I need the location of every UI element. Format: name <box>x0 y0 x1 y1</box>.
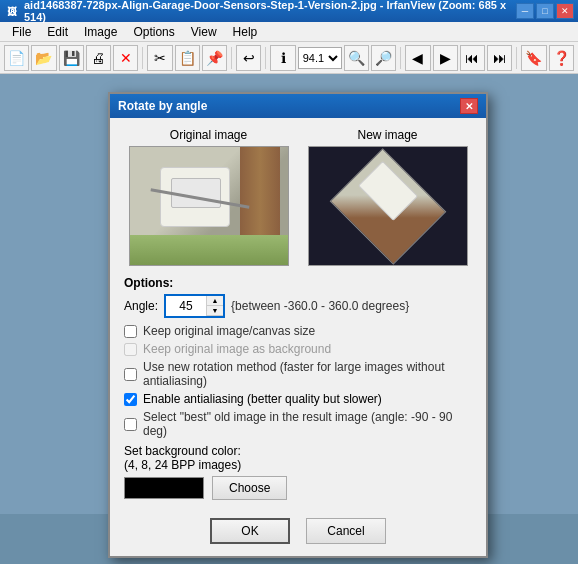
ok-button[interactable]: OK <box>210 518 290 544</box>
zoom-control: 94.1 50 75 100 150 <box>298 47 342 69</box>
separator-2 <box>231 47 232 69</box>
undo-button[interactable]: ↩ <box>236 45 261 71</box>
checkbox-row-1: Keep original image/canvas size <box>124 324 472 338</box>
bg-color-row: Choose <box>124 476 472 500</box>
save-button[interactable]: 💾 <box>59 45 84 71</box>
images-row: Original image New image <box>124 128 472 266</box>
dialog-title-text: Rotate by angle <box>118 99 460 113</box>
antialiasing-label[interactable]: Enable antialiasing (better quality but … <box>143 392 382 406</box>
image-canvas: Rotate by angle ✕ Original image <box>0 74 578 514</box>
angle-spin-up[interactable]: ▲ <box>207 296 223 306</box>
original-img-content <box>130 147 288 265</box>
rotate-dialog: Rotate by angle ✕ Original image <box>108 92 488 558</box>
bg-sublabel-text: (4, 8, 24 BPP images) <box>124 458 241 472</box>
new-rotation-label[interactable]: Use new rotation method (faster for larg… <box>143 360 472 388</box>
original-image-preview <box>129 146 289 266</box>
antialiasing-checkbox[interactable] <box>124 393 137 406</box>
menu-options[interactable]: Options <box>125 23 182 41</box>
first-button[interactable]: ⏮ <box>460 45 485 71</box>
dialog-body: Original image New image <box>110 118 486 510</box>
original-image-label: Original image <box>170 128 247 142</box>
bg-color-section: Set background color: (4, 8, 24 BPP imag… <box>124 444 472 500</box>
prev-button[interactable]: ◀ <box>405 45 430 71</box>
angle-spin-down[interactable]: ▼ <box>207 306 223 316</box>
copy-button[interactable]: 📋 <box>175 45 200 71</box>
menu-help[interactable]: Help <box>225 23 266 41</box>
keep-canvas-checkbox[interactable] <box>124 325 137 338</box>
info-button[interactable]: ℹ <box>270 45 295 71</box>
angle-row: Angle: ▲ ▼ {between -360.0 - 360.0 degre… <box>124 294 472 318</box>
angle-input-wrap: ▲ ▼ <box>164 294 225 318</box>
close-window-button[interactable]: ✕ <box>556 3 574 19</box>
toolbar: 📄 📂 💾 🖨 ✕ ✂ 📋 📌 ↩ ℹ 94.1 50 75 100 150 🔍… <box>0 42 578 74</box>
zoom-out-button[interactable]: 🔍 <box>344 45 369 71</box>
cut-button[interactable]: ✂ <box>147 45 172 71</box>
menu-file[interactable]: File <box>4 23 39 41</box>
new-image-label: New image <box>357 128 417 142</box>
paste-button[interactable]: 📌 <box>202 45 227 71</box>
checkbox-row-5: Select "best" old image in the result im… <box>124 410 472 438</box>
menu-bar: File Edit Image Options View Help <box>0 22 578 42</box>
new-image-col: New image <box>303 128 472 266</box>
print-button[interactable]: 🖨 <box>86 45 111 71</box>
separator-3 <box>265 47 266 69</box>
best-old-image-label[interactable]: Select "best" old image in the result im… <box>143 410 472 438</box>
options-section: Options: Angle: ▲ ▼ {between -360.0 - 36… <box>124 276 472 500</box>
new-button[interactable]: 📄 <box>4 45 29 71</box>
bg-color-label: Set background color: (4, 8, 24 BPP imag… <box>124 444 472 472</box>
bg-label-text: Set background color: <box>124 444 241 458</box>
choose-button[interactable]: Choose <box>212 476 287 500</box>
angle-label: Angle: <box>124 299 158 313</box>
checkbox-row-2: Keep original image as background <box>124 342 472 356</box>
separator-5 <box>516 47 517 69</box>
new-img-content <box>309 147 467 265</box>
rotated-sensor <box>329 148 446 265</box>
minimize-button[interactable]: ─ <box>516 3 534 19</box>
maximize-button[interactable]: □ <box>536 3 554 19</box>
window-title: aid1468387-728px-Align-Garage-Door-Senso… <box>24 0 516 23</box>
angle-input[interactable] <box>166 296 206 316</box>
menu-edit[interactable]: Edit <box>39 23 76 41</box>
orig-bottom <box>130 235 288 265</box>
separator-4 <box>400 47 401 69</box>
zoom-in-button[interactable]: 🔎 <box>371 45 396 71</box>
dialog-close-button[interactable]: ✕ <box>460 98 478 114</box>
checkbox-row-4: Enable antialiasing (better quality but … <box>124 392 472 406</box>
checkbox-row-3: Use new rotation method (faster for larg… <box>124 360 472 388</box>
cancel-button[interactable]: Cancel <box>306 518 386 544</box>
last-button[interactable]: ⏭ <box>487 45 512 71</box>
best-old-image-checkbox[interactable] <box>124 418 137 431</box>
menu-view[interactable]: View <box>183 23 225 41</box>
dialog-titlebar: Rotate by angle ✕ <box>110 94 486 118</box>
separator-1 <box>142 47 143 69</box>
app-icon: 🖼 <box>4 3 20 19</box>
angle-spinners: ▲ ▼ <box>206 296 223 316</box>
color-swatch[interactable] <box>124 477 204 499</box>
rotated-inner <box>357 160 417 220</box>
next-button[interactable]: ▶ <box>433 45 458 71</box>
title-bar: 🖼 aid1468387-728px-Align-Garage-Door-Sen… <box>0 0 578 22</box>
options-label: Options: <box>124 276 472 290</box>
new-image-preview <box>308 146 468 266</box>
title-bar-buttons: ─ □ ✕ <box>516 3 574 19</box>
menu-image[interactable]: Image <box>76 23 125 41</box>
keep-canvas-label[interactable]: Keep original image/canvas size <box>143 324 315 338</box>
dialog-footer: OK Cancel <box>110 510 486 556</box>
zoom-select[interactable]: 94.1 50 75 100 150 <box>298 47 342 69</box>
new-rotation-checkbox[interactable] <box>124 368 137 381</box>
angle-range: {between -360.0 - 360.0 degrees} <box>231 299 409 313</box>
keep-background-checkbox[interactable] <box>124 343 137 356</box>
bookmark-button[interactable]: 🔖 <box>521 45 546 71</box>
close-button[interactable]: ✕ <box>113 45 138 71</box>
keep-background-label: Keep original image as background <box>143 342 331 356</box>
original-image-col: Original image <box>124 128 293 266</box>
open-button[interactable]: 📂 <box>31 45 56 71</box>
help-button[interactable]: ❓ <box>549 45 574 71</box>
